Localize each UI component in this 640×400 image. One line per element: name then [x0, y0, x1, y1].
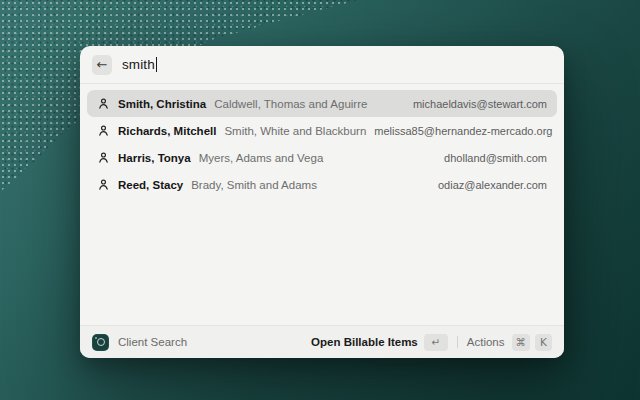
open-billable-items-button[interactable]: Open Billable Items ↵ [311, 334, 448, 351]
footer-actions: Open Billable Items ↵ Actions ⌘ K [311, 334, 552, 351]
text-caret [156, 57, 158, 72]
result-row[interactable]: Harris, Tonya Myers, Adams and Vega dhol… [87, 144, 557, 171]
actions-label: Actions [467, 336, 505, 348]
search-input[interactable]: smith [122, 57, 157, 72]
client-name: Smith, Christina [118, 98, 206, 110]
results-list: Smith, Christina Caldwell, Thomas and Ag… [80, 84, 564, 325]
person-icon [97, 97, 110, 110]
client-firm: Smith, White and Blackburn [224, 125, 366, 137]
person-icon [97, 178, 110, 191]
actions-button[interactable]: Actions ⌘ K [467, 334, 552, 351]
person-icon [97, 151, 110, 164]
command-key-icon: ⌘ [512, 334, 531, 351]
open-billable-items-label: Open Billable Items [311, 336, 418, 348]
client-firm: Myers, Adams and Vega [199, 152, 324, 164]
search-bar: ← smith [80, 46, 564, 84]
app-logo-icon [92, 334, 109, 351]
search-query-text: smith [122, 57, 155, 72]
return-key-icon: ↵ [424, 334, 448, 351]
client-firm: Caldwell, Thomas and Aguirre [214, 98, 367, 110]
footer-app-label: Client Search [118, 336, 187, 348]
client-email: dholland@smith.com [444, 152, 547, 164]
client-name: Harris, Tonya [118, 152, 191, 164]
result-row[interactable]: Reed, Stacy Brady, Smith and Adams odiaz… [87, 171, 557, 198]
footer-bar: Client Search Open Billable Items ↵ Acti… [80, 325, 564, 358]
client-email: melissa85@hernandez-mercado.org [374, 125, 552, 137]
back-arrow-icon: ← [97, 55, 108, 75]
client-name: Reed, Stacy [118, 179, 183, 191]
back-button[interactable]: ← [92, 55, 112, 75]
person-icon [97, 124, 110, 137]
result-row[interactable]: Richards, Mitchell Smith, White and Blac… [87, 117, 557, 144]
footer-divider [457, 336, 458, 348]
client-search-palette: ← smith Smith, Christina Caldwell, Thoma… [80, 46, 564, 358]
k-key-icon: K [535, 334, 552, 351]
result-row[interactable]: Smith, Christina Caldwell, Thomas and Ag… [87, 90, 557, 117]
client-firm: Brady, Smith and Adams [191, 179, 317, 191]
client-email: odiaz@alexander.com [438, 179, 547, 191]
client-email: michaeldavis@stewart.com [413, 98, 547, 110]
client-name: Richards, Mitchell [118, 125, 216, 137]
